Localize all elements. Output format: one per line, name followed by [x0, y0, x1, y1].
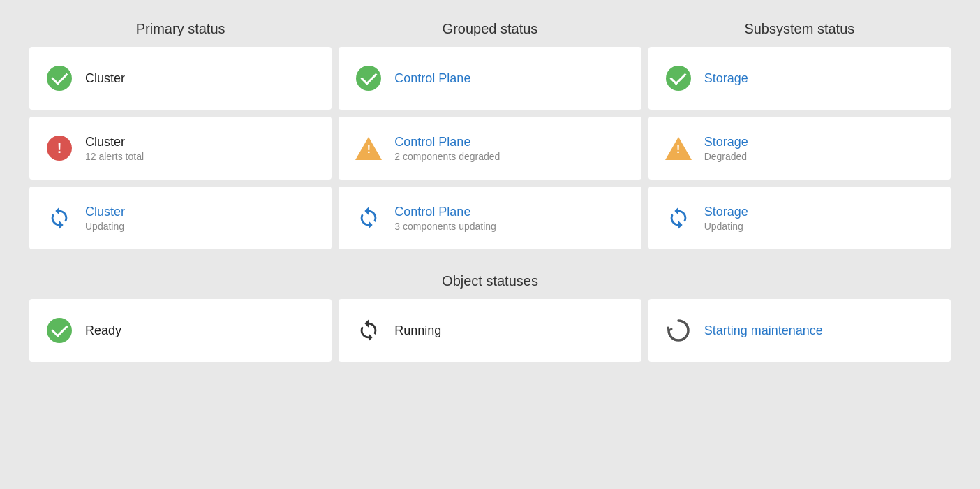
check-green-icon	[665, 65, 692, 92]
card-subtitle: 3 components updating	[394, 221, 496, 232]
card-row2-col3[interactable]: Storage Degraded	[648, 117, 951, 180]
card-title: Cluster	[85, 135, 144, 149]
card-subtitle: 12 alerts total	[85, 151, 144, 162]
card-row1-col1: Cluster	[29, 47, 332, 110]
card-title-link[interactable]: Storage	[704, 135, 748, 149]
maintenance-icon	[665, 317, 692, 344]
card-subtitle: 2 components degraded	[394, 151, 500, 162]
object-columns: Ready Running	[29, 299, 951, 369]
card-row3-col3[interactable]: Storage Updating	[648, 187, 951, 249]
card-title: Ready	[85, 323, 121, 338]
card-title: Cluster	[85, 71, 125, 86]
card-starting-maintenance[interactable]: Starting maintenance	[648, 299, 951, 362]
card-row1-col3[interactable]: Storage	[648, 47, 951, 110]
card-row1-col2[interactable]: Control Plane	[339, 47, 641, 110]
sync-blue-icon	[665, 205, 692, 231]
object-statuses-header: Object statuses	[29, 263, 951, 299]
card-title-link[interactable]: Control Plane	[394, 71, 470, 86]
status-grid: Primary status Grouped status Subsystem …	[29, 21, 951, 256]
card-title-link[interactable]: Control Plane	[394, 205, 496, 219]
card-subtitle: Updating	[704, 221, 748, 232]
card-title-link[interactable]: Storage	[704, 205, 748, 219]
sync-blue-icon	[46, 205, 73, 231]
sync-blue-icon	[355, 205, 382, 231]
card-subtitle: Updating	[85, 221, 125, 232]
card-row2-col1: ! Cluster 12 alerts total	[29, 117, 332, 180]
card-row3-col1[interactable]: Cluster Updating	[29, 187, 332, 249]
check-green-icon	[355, 65, 382, 92]
card-title-link[interactable]: Cluster	[85, 205, 125, 219]
card-title-link[interactable]: Starting maintenance	[704, 323, 823, 338]
card-running: Running	[339, 299, 641, 362]
col2-header: Grouped status	[339, 21, 641, 47]
card-row3-col2[interactable]: Control Plane 3 components updating	[339, 187, 641, 249]
card-subtitle: Degraded	[704, 151, 748, 162]
check-green-icon	[46, 317, 73, 344]
card-row2-col2[interactable]: Control Plane 2 components degraded	[339, 117, 641, 180]
warning-yellow-icon	[355, 135, 382, 161]
card-title: Running	[394, 323, 441, 338]
card-title-link[interactable]: Control Plane	[394, 135, 500, 149]
object-statuses-section: Object statuses Ready Running	[29, 263, 951, 369]
card-ready: Ready	[29, 299, 332, 362]
warning-yellow-icon	[665, 135, 692, 161]
card-title-link[interactable]: Storage	[704, 71, 748, 86]
sync-dark-icon	[355, 317, 382, 344]
check-green-icon	[46, 65, 73, 92]
error-red-icon: !	[46, 135, 73, 161]
col1-header: Primary status	[29, 21, 332, 47]
col3-header: Subsystem status	[648, 21, 951, 47]
